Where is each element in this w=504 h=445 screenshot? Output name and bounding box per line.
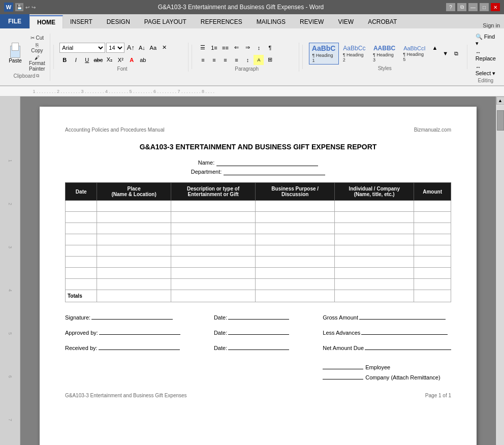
net-field[interactable] — [365, 343, 451, 350]
scroll-track[interactable] — [497, 105, 504, 445]
tab-file[interactable]: FILE — [0, 14, 29, 28]
scroll-thumb[interactable] — [497, 110, 504, 131]
italic-button[interactable]: I — [71, 55, 81, 65]
help-button[interactable]: ? — [446, 3, 455, 11]
superscript-button[interactable]: X² — [115, 55, 125, 65]
document-area: Accounting Policies and Procedures Manua… — [20, 97, 496, 445]
table-row[interactable] — [66, 234, 451, 245]
style-h3-preview: AABBC — [373, 45, 395, 52]
font-size-select[interactable]: 14 — [106, 43, 124, 53]
tab-page-layout[interactable]: PAGE LAYOUT — [137, 15, 194, 28]
clear-format-button[interactable]: ✕ — [159, 43, 169, 53]
less-field[interactable] — [361, 328, 448, 335]
find-button[interactable]: 🔍 Find ▾ — [474, 33, 498, 48]
minimize-button[interactable]: — — [468, 3, 478, 11]
tab-review[interactable]: REVIEW — [293, 15, 331, 28]
date-field-3[interactable] — [228, 343, 289, 350]
font-group: Arial 14 A↑ A↓ Aa ✕ B I U abc X₂ X² — [56, 43, 188, 72]
company-line[interactable] — [323, 372, 363, 379]
approved-field[interactable] — [99, 328, 180, 335]
line-spacing-button[interactable]: ↕ — [242, 55, 253, 65]
redo-icon[interactable]: ↪ — [32, 5, 36, 10]
underline-button[interactable]: U — [82, 55, 92, 65]
doc-header-left: Accounting Policies and Procedures Manua… — [65, 127, 165, 133]
cut-button[interactable]: ✂ Cut — [27, 35, 47, 41]
tab-insert[interactable]: INSERT — [63, 15, 100, 28]
undo-icon[interactable]: ↩ — [25, 5, 29, 10]
divider3 — [302, 45, 303, 69]
font-color-button[interactable]: A — [127, 55, 137, 65]
tab-view[interactable]: VIEW — [331, 15, 361, 28]
highlight-button[interactable]: ab — [138, 55, 148, 65]
gross-field[interactable] — [359, 312, 446, 320]
align-center-button[interactable]: ≡ — [209, 55, 219, 65]
save-icon[interactable]: 💾 — [15, 3, 23, 11]
style-h5-label: ¶ Heading 5 — [403, 52, 426, 62]
sign-in-link[interactable]: Sign in — [479, 22, 504, 28]
justify-button[interactable]: ≡ — [231, 55, 241, 65]
sig-field[interactable] — [91, 312, 173, 320]
style-h1-preview: AaBbC — [312, 44, 336, 53]
copy-button[interactable]: ⎘ Copy — [27, 42, 47, 54]
restore-button[interactable]: ⧉ — [457, 3, 466, 11]
table-row[interactable] — [66, 212, 451, 223]
clipboard-expand[interactable]: ⧉ — [36, 73, 39, 79]
clipboard-label: Clipboard — [13, 73, 35, 79]
numbering-button[interactable]: 1≡ — [209, 43, 219, 53]
sort-button[interactable]: ↕ — [254, 43, 264, 53]
table-row[interactable] — [66, 279, 451, 290]
table-row[interactable] — [66, 223, 451, 234]
name-field[interactable] — [216, 159, 318, 166]
multilevel-button[interactable]: ≡≡ — [220, 43, 230, 53]
dept-field[interactable] — [224, 168, 325, 175]
doc-footer-left: G&A103-3 Entertainment and Business Gift… — [65, 393, 187, 398]
style-heading3[interactable]: AABBC ¶ Heading 3 — [370, 44, 399, 63]
date-field-1[interactable] — [228, 312, 289, 320]
shading-button[interactable]: A — [254, 55, 264, 65]
styles-more[interactable]: ⧉ — [451, 48, 461, 58]
maximize-button[interactable]: □ — [480, 3, 489, 11]
style-h2-label: ¶ Heading 2 — [343, 52, 366, 62]
change-case-button[interactable]: Aa — [148, 43, 158, 53]
styles-scroll-down[interactable]: ▼ — [440, 48, 450, 58]
align-left-button[interactable]: ≡ — [198, 55, 208, 65]
format-painter-button[interactable]: 🖌 Format Painter — [27, 54, 47, 72]
styles-scroll-up[interactable]: ▲ — [430, 43, 439, 53]
strikethrough-button[interactable]: abc — [93, 55, 103, 65]
show-formatting-button[interactable]: ¶ — [265, 43, 275, 53]
table-row[interactable] — [66, 257, 451, 268]
style-heading5[interactable]: AaBbCcI ¶ Heading 5 — [400, 44, 429, 63]
table-row[interactable] — [66, 245, 451, 257]
borders-button[interactable]: ⊞ — [265, 55, 275, 65]
align-right-button[interactable]: ≡ — [220, 55, 230, 65]
decrease-indent-button[interactable]: ⇐ — [231, 43, 241, 53]
close-button[interactable]: ✕ — [491, 3, 500, 11]
tab-mailings[interactable]: MAILINGS — [249, 15, 293, 28]
received-field[interactable] — [99, 343, 180, 350]
bold-button[interactable]: B — [59, 55, 70, 65]
tab-references[interactable]: REFERENCES — [194, 15, 249, 28]
style-h3-label: ¶ Heading 3 — [373, 52, 396, 62]
bullets-button[interactable]: ☰ — [198, 43, 208, 53]
employee-line[interactable] — [323, 362, 363, 369]
scroll-up-button[interactable]: ▲ — [496, 97, 505, 105]
style-heading1[interactable]: AaBbC ¶ Heading 1 — [309, 43, 339, 65]
font-shrink-button[interactable]: A↓ — [137, 43, 147, 53]
document-page[interactable]: Accounting Policies and Procedures Manua… — [40, 107, 477, 445]
select-button[interactable]: ↔ Select ▾ — [474, 63, 498, 78]
font-grow-button[interactable]: A↑ — [125, 43, 136, 53]
paste-button[interactable]: Paste — [5, 42, 25, 65]
scrollbar[interactable]: ▲ ▼ — [496, 97, 504, 445]
font-family-select[interactable]: Arial — [59, 43, 105, 53]
increase-indent-button[interactable]: ⇒ — [242, 43, 253, 53]
replace-button[interactable]: ↔ Replace — [474, 48, 498, 62]
tab-acrobat[interactable]: ACROBAT — [361, 15, 404, 28]
table-row[interactable] — [66, 268, 451, 279]
tab-design[interactable]: DESIGN — [100, 15, 137, 28]
date-field-2[interactable] — [228, 328, 289, 335]
table-row[interactable] — [66, 201, 451, 212]
subscript-button[interactable]: X₂ — [104, 55, 114, 65]
date-label-3: Date: — [214, 345, 227, 351]
tab-home[interactable]: HOME — [29, 15, 63, 28]
style-heading2[interactable]: AaBbCc ¶ Heading 2 — [340, 44, 369, 63]
